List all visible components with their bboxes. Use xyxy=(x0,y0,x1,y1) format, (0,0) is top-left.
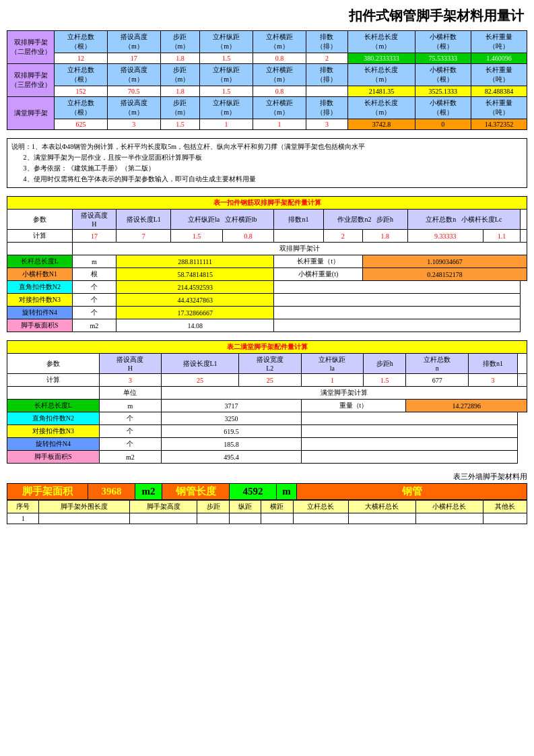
col-h9: 长杆重量（吨） xyxy=(471,31,527,53)
t1-pv6: 2 xyxy=(323,230,362,243)
table2-title: 表二满堂脚手架配件量计算 xyxy=(7,341,527,354)
col-h2c: 搭设高度（m） xyxy=(107,97,160,119)
t2-item5-value: 495.4 xyxy=(162,451,301,464)
val-d3-2: 70.5 xyxy=(107,86,160,97)
t3-h4: 步距 xyxy=(197,501,229,513)
val-f-2: 3 xyxy=(107,119,160,130)
col-h5: 立杆横距（m） xyxy=(253,31,306,53)
col-h4c: 立杆纵距（m） xyxy=(200,97,253,119)
t1-item1-name: 长杆总长度L xyxy=(7,255,73,268)
val-d2-6: 2 xyxy=(306,53,347,64)
t3-h7: 立杆总长 xyxy=(293,501,348,513)
t1-item2-extra-value: 0.248152178 xyxy=(363,268,527,281)
t1-item1-unit: m xyxy=(72,255,116,268)
val-d3-8: 3525.1333 xyxy=(415,86,471,97)
col-h3c: 步距（m） xyxy=(160,97,199,119)
table3-title: 表三外墙脚手架材料用 xyxy=(7,472,527,482)
t1-pv5 xyxy=(274,230,324,243)
t1-item6-value: 14.08 xyxy=(116,319,274,332)
val-f-7: 3742.8 xyxy=(347,119,415,130)
t2-pv5: 1.5 xyxy=(364,374,406,387)
t2-pv4: 1 xyxy=(301,374,364,387)
t1-pv10 xyxy=(521,230,527,243)
t1-item2-unit: 根 xyxy=(72,268,116,281)
t1-item2-name: 小横杆数N1 xyxy=(7,268,73,281)
t2-item3-value: 619.5 xyxy=(162,425,301,438)
val-d2-5: 0.8 xyxy=(253,53,306,64)
val-d2-9: 1.460096 xyxy=(471,53,527,64)
t1-calc-label: 计算 xyxy=(7,230,73,243)
t2-item2-name: 直角扣件数N2 xyxy=(7,412,100,425)
t3-h9: 小横杆总长 xyxy=(415,501,483,513)
t2-item2-value: 3250 xyxy=(162,412,301,425)
t3-h3: 脚手架高度 xyxy=(130,501,197,513)
val-f-9: 14.372352 xyxy=(471,119,527,130)
t2-pv8 xyxy=(518,374,527,387)
t2-item1-unit: m xyxy=(99,400,162,412)
t1-item5-name: 旋转扣件N4 xyxy=(7,307,73,319)
main-title: 扣件式钢管脚手架材料用量计 xyxy=(7,7,527,25)
t1-ph3: 立杆纵距la 立杆横距lb xyxy=(171,210,274,230)
t1-item2-extra-label: 小横杆重量(t) xyxy=(274,268,363,281)
t2-scaffold-type: 满堂脚手架计算 xyxy=(162,387,527,400)
t1-item6-unit: m2 xyxy=(72,319,116,332)
col-h7: 长杆总长度（m） xyxy=(347,31,415,53)
t1-pv4: 0.8 xyxy=(222,230,273,243)
t2-item4-empty xyxy=(301,438,518,451)
col-h6: 排数（排） xyxy=(306,31,347,53)
t1-pv7: 1.8 xyxy=(363,230,408,243)
t2-item4-name: 旋转扣件N4 xyxy=(7,438,100,451)
note-4: 4、使用时仅需将红色字体表示的脚手架参数输入，即可自动生成主要材料用量 xyxy=(11,174,523,185)
t3-row1-v1 xyxy=(39,513,130,524)
t1-ph7 xyxy=(521,210,527,230)
t1-item3-unit: 个 xyxy=(72,281,116,294)
val-d3-5: 0.8 xyxy=(253,86,306,97)
t2-item4-unit: 个 xyxy=(99,438,162,451)
t3-row1-v6 xyxy=(293,513,348,524)
note-2: 2、满堂脚手架为一层作业，且按一半作业层面积计算脚手板 xyxy=(11,152,523,163)
t1-item4-empty xyxy=(274,294,521,307)
t1-ph4: 排数n1 xyxy=(274,210,324,230)
t2-ph3: 搭设宽度L2 xyxy=(238,354,301,374)
t1-pv1: 17 xyxy=(72,230,116,243)
t2-ph1: 搭设高度H xyxy=(99,354,162,374)
t2-item3-empty xyxy=(301,425,518,438)
t2-ph5: 步距h xyxy=(364,354,406,374)
t3-length-label: 钢管长度 xyxy=(162,484,230,500)
t3-row1-v4 xyxy=(229,513,261,524)
t1-scaffold-type: 双排脚手架计 xyxy=(72,243,527,255)
col-h9c: 长杆重量（吨） xyxy=(471,97,527,119)
val-f-6: 3 xyxy=(306,119,347,130)
col-h8c: 小横杆数（根） xyxy=(415,97,471,119)
col-h8: 小横杆数（根） xyxy=(415,31,471,53)
col-h3: 步距（m） xyxy=(160,31,199,53)
t2-ph7: 排数n1 xyxy=(469,354,518,374)
t1-item4-value: 44.43247863 xyxy=(116,294,274,307)
col-h6b: 排数（排） xyxy=(306,64,347,86)
val-d2-3: 1.8 xyxy=(160,53,199,64)
col-h6c: 排数（排） xyxy=(306,97,347,119)
t1-item2-value: 58.74814815 xyxy=(116,268,274,281)
t2-item4-value: 185.8 xyxy=(162,438,301,451)
t3-steel-label: 钢管 xyxy=(297,484,527,500)
t1-item6-name: 脚手板面积S xyxy=(7,319,73,332)
val-f-8: 0 xyxy=(415,119,471,130)
t2-pv2: 25 xyxy=(162,374,239,387)
val-d3-3: 1.8 xyxy=(160,86,199,97)
table1: 表一扣件钢筋双排脚手架配件量计算 参数 搭设高度H 搭设长度L1 立杆纵距la … xyxy=(7,196,527,332)
t2-pv7: 3 xyxy=(469,374,518,387)
t1-pv3: 1.5 xyxy=(171,230,222,243)
t3-row1-v3 xyxy=(197,513,229,524)
t3-area-label: 脚手架面积 xyxy=(7,484,88,500)
val-d3-4: 1.5 xyxy=(200,86,253,97)
t3-length-value: 4592 xyxy=(230,484,277,500)
val-d3-1: 152 xyxy=(55,86,108,97)
t2-ph8 xyxy=(518,354,527,374)
table3-detail: 序号 脚手架外围长度 脚手架高度 步距 纵距 横距 立杆总长 大横杆总长 小横杆… xyxy=(7,500,527,524)
t1-item5-empty xyxy=(274,307,521,319)
t1-item3-value: 214.4592593 xyxy=(116,281,274,294)
col-h4b: 立杆纵距（m） xyxy=(200,64,253,86)
t2-item2-unit: 个 xyxy=(99,412,162,425)
row-label-double2: 双排脚手架（二层作业） xyxy=(7,31,55,64)
col-h1: 立杆总数（根） xyxy=(55,31,108,53)
